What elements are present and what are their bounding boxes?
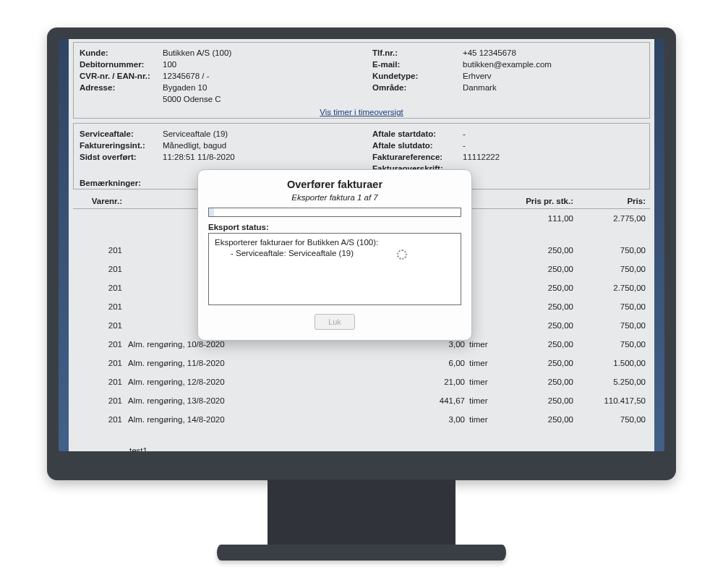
monitor-bezel: Kunde:Butikken A/S (100) Debitornummer:1… [47,27,676,480]
value-kundetype: Erhverv [463,70,643,82]
label-sidst-overfoert: Sidst overført: [80,151,163,163]
table-row[interactable]: 201 Alm. rengøring, 14/8-2020 3,00 timer… [73,410,650,429]
label-debitornummer: Debitornummer: [80,59,163,70]
modal-subtitle: Eksporter faktura 1 af 7 [208,193,461,202]
value-debitornummer: 100 [163,59,351,70]
modal-title: Overfører fakturaer [208,179,461,190]
status-line-2: - Serviceaftale: Serviceaftale (19) [215,249,455,257]
value-adresse2: 5000 Odense C [163,93,351,105]
value-fakturaoverskrift: - [463,163,643,174]
status-box: Eksporterer fakturaer for Butikken A/S (… [208,233,461,305]
value-serviceaftale: Serviceaftale (19) [163,128,351,140]
value-omraade: Danmark [463,82,643,93]
col-varenr: Varenr.: [77,197,128,205]
app-window: Kunde:Butikken A/S (100) Debitornummer:1… [69,39,654,451]
label-omraade: Område: [372,82,463,93]
value-sidst-overfoert: 11:28:51 11/8-2020 [163,151,351,163]
label-fakturareference: Fakturareference: [372,151,463,163]
value-aftale-startdato: - [463,128,643,140]
screen: Kunde:Butikken A/S (100) Debitornummer:1… [59,39,664,451]
link-vis-timer[interactable]: Vis timer i timeoversigt [320,108,403,116]
value-tlf: +45 12345678 [463,47,643,59]
test-line: test1 [73,442,650,451]
monitor-stand-base [217,545,506,561]
table-row[interactable]: 201 Alm. rengøring, 11/8-2020 6,00 timer… [73,354,650,372]
progress-fill [209,208,214,216]
label-serviceaftale: Serviceaftale: [80,128,163,140]
value-email: butikken@example.com [463,59,643,70]
value-kunde: Butikken A/S (100) [163,47,351,59]
value-fakturareference: 11112222 [463,151,643,163]
label-aftale-slutdato: Aftale slutdato: [372,140,463,151]
loading-spinner-icon [397,250,407,260]
value-cvr-ean: 12345678 / - [163,70,351,82]
export-modal: Overfører fakturaer Eksporter faktura 1 … [197,169,472,341]
value-adresse1: Bygaden 10 [163,82,351,93]
label-cvr-ean: CVR-nr. / EAN-nr.: [80,70,163,82]
label-aftale-startdato: Aftale startdato: [372,128,463,140]
label-tlf: Tlf.nr.: [372,47,463,59]
close-button[interactable]: Luk [315,314,355,330]
value-faktureringsint: Månedligt, bagud [163,140,351,151]
label-adresse: Adresse: [80,82,163,93]
label-faktureringsint: Faktureringsint.: [80,140,163,151]
customer-panel: Kunde:Butikken A/S (100) Debitornummer:1… [73,42,650,119]
progress-bar [208,208,461,217]
col-pris: Pris: [573,197,646,205]
label-kunde: Kunde: [80,47,163,59]
label-kundetype: Kundetype: [372,70,463,82]
value-aftale-slutdato: - [463,140,643,151]
monitor-stand-neck [268,480,455,545]
col-prisstk: Pris pr. stk.: [501,197,573,205]
monitor-mockup: Kunde:Butikken A/S (100) Debitornummer:1… [47,27,676,561]
table-row[interactable]: 201 Alm. rengøring, 12/8-2020 21,00 time… [73,372,650,391]
status-line-1: Eksporterer fakturaer for Butikken A/S (… [215,238,455,247]
table-row[interactable]: 201 Alm. rengøring, 13/8-2020 441,67 tim… [73,391,650,410]
label-email: E-mail: [372,59,463,70]
status-label: Eksport status: [208,223,461,231]
